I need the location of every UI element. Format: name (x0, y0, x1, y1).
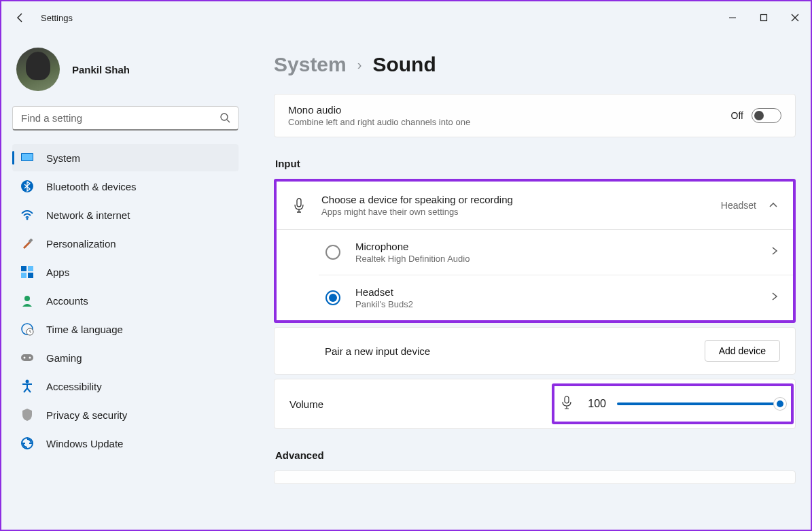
update-icon (20, 436, 34, 450)
sidebar-item-accounts[interactable]: Accounts (12, 287, 239, 314)
device-desc: Realtek High Definition Audio (355, 254, 756, 264)
svg-rect-11 (21, 273, 27, 278)
sidebar-item-accessibility[interactable]: Accessibility (12, 373, 239, 400)
volume-slider[interactable] (617, 402, 780, 405)
sidebar-item-network[interactable]: Network & internet (12, 201, 239, 228)
titlebar: Settings (1, 1, 811, 34)
choose-subtitle: Apps might have their own settings (321, 207, 706, 217)
sidebar-item-label: System (46, 152, 80, 164)
chevron-right-icon: › (357, 57, 362, 73)
nav: System Bluetooth & devices Network & int… (12, 144, 239, 457)
add-device-button[interactable]: Add device (705, 340, 780, 362)
gamepad-icon (20, 351, 34, 364)
microphone-icon (561, 396, 572, 412)
sidebar-item-label: Bluetooth & devices (46, 181, 137, 192)
device-desc: Pankil's Buds2 (355, 299, 756, 309)
mono-state: Off (731, 110, 743, 121)
input-volume-card: Volume 100 (274, 379, 796, 429)
maximize-button[interactable] (748, 7, 779, 29)
advanced-card[interactable] (274, 470, 796, 484)
pair-label: Pair a new input device (325, 345, 430, 357)
profile[interactable]: Pankil Shah (12, 41, 239, 106)
wifi-icon (20, 208, 34, 222)
search-input[interactable] (12, 106, 239, 131)
sidebar-item-time-language[interactable]: Time & language (12, 315, 239, 343)
main-content: System › Sound Mono audio Combine left a… (249, 34, 811, 530)
pair-device-row: Pair a new input device Add device (274, 327, 796, 375)
apps-icon (20, 265, 34, 279)
svg-rect-12 (28, 273, 33, 278)
bluetooth-icon (20, 179, 34, 193)
accessibility-icon (20, 379, 34, 393)
device-name: Microphone (355, 241, 756, 252)
sidebar-item-label: Windows Update (46, 438, 123, 449)
svg-rect-21 (297, 199, 301, 207)
input-device-headset[interactable]: Headset Pankil's Buds2 (319, 275, 793, 320)
sidebar-item-label: Accessibility (46, 381, 102, 392)
window-controls (717, 7, 811, 29)
globe-clock-icon (20, 322, 34, 336)
sidebar-item-system[interactable]: System (12, 144, 239, 171)
sidebar-item-privacy[interactable]: Privacy & security (12, 401, 239, 428)
page-title: Sound (372, 53, 436, 76)
mono-audio-card[interactable]: Mono audio Combine left and right audio … (274, 94, 796, 137)
sidebar-item-bluetooth[interactable]: Bluetooth & devices (12, 173, 239, 200)
radio-checked[interactable] (325, 290, 340, 305)
sidebar-item-label: Apps (46, 267, 69, 278)
breadcrumb: System › Sound (274, 53, 796, 76)
choose-title: Choose a device for speaking or recordin… (321, 194, 706, 205)
sidebar-item-label: Network & internet (46, 209, 130, 221)
close-button[interactable] (779, 7, 811, 29)
svg-line-3 (227, 120, 230, 122)
input-devices-group: Choose a device for speaking or recordin… (277, 182, 793, 320)
choose-device-header[interactable]: Choose a device for speaking or recordin… (277, 182, 793, 229)
svg-rect-10 (28, 266, 33, 271)
slider-thumb[interactable] (774, 398, 786, 410)
sidebar-item-windows-update[interactable]: Windows Update (12, 430, 239, 457)
input-section-label: Input (275, 158, 796, 169)
radio-unchecked[interactable] (325, 245, 340, 260)
input-device-microphone[interactable]: Microphone Realtek High Definition Audio (319, 230, 793, 275)
input-devices-highlight: Choose a device for speaking or recordin… (274, 179, 796, 323)
app-title: Settings (41, 13, 73, 23)
minimize-button[interactable] (717, 7, 748, 29)
sidebar-item-gaming[interactable]: Gaming (12, 344, 239, 371)
sidebar-item-label: Personalization (46, 238, 116, 250)
svg-rect-1 (761, 15, 767, 21)
sidebar-item-personalization[interactable]: Personalization (12, 230, 239, 257)
breadcrumb-parent[interactable]: System (274, 53, 347, 76)
chevron-up-icon (769, 200, 778, 211)
mono-title: Mono audio (288, 104, 470, 116)
back-button[interactable] (14, 11, 27, 24)
svg-point-18 (29, 357, 31, 359)
avatar (16, 48, 60, 91)
search-icon (219, 112, 230, 126)
sidebar-item-label: Gaming (46, 352, 82, 364)
volume-label: Volume (289, 398, 323, 410)
chevron-right-icon (771, 246, 778, 258)
sidebar-item-label: Privacy & security (46, 409, 127, 421)
svg-rect-22 (565, 396, 569, 403)
advanced-section-label: Advanced (275, 449, 796, 461)
username: Pankil Shah (72, 64, 130, 75)
volume-value: 100 (583, 398, 606, 410)
svg-point-2 (221, 114, 228, 120)
mono-toggle[interactable] (752, 108, 781, 123)
svg-rect-5 (22, 154, 33, 160)
device-name: Headset (355, 286, 756, 298)
brush-icon (20, 237, 34, 250)
selected-device: Headset (721, 200, 756, 211)
system-icon (20, 151, 34, 165)
sidebar-item-apps[interactable]: Apps (12, 258, 239, 286)
sidebar-item-label: Time & language (46, 324, 123, 335)
person-icon (20, 294, 34, 307)
svg-point-17 (24, 357, 26, 359)
svg-rect-9 (21, 266, 27, 271)
sidebar-item-label: Accounts (46, 295, 88, 307)
shield-icon (20, 408, 34, 422)
mono-subtitle: Combine left and right audio channels in… (288, 117, 470, 127)
svg-point-19 (26, 380, 29, 383)
svg-point-7 (27, 218, 29, 220)
search (12, 106, 239, 131)
sidebar: Pankil Shah System Bluetooth & devices N… (1, 34, 249, 530)
